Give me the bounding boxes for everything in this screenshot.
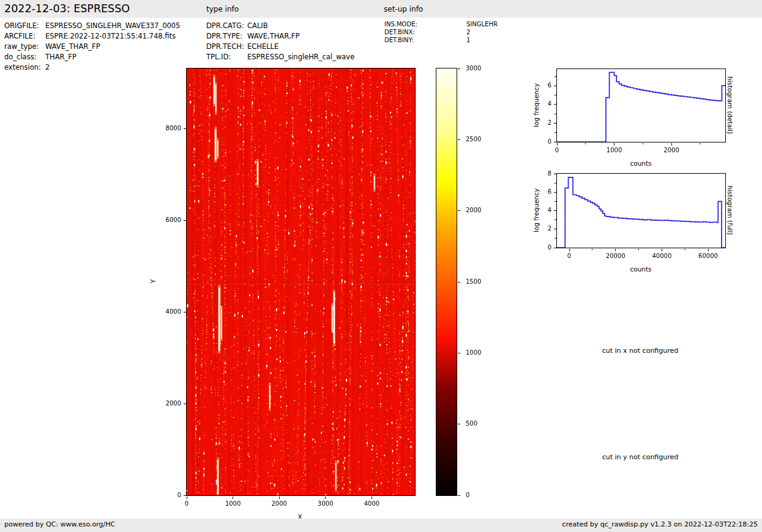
setup-info-row: INS.MODE:SINGLEHR: [384, 20, 498, 28]
y-tick-label: 2000: [157, 400, 181, 407]
origfile-value: ESPRESSO_SINGLEHR_WAVE337_0005: [45, 21, 180, 30]
type-info-heading: type info: [206, 5, 239, 13]
file-info-row: extension:2: [4, 62, 180, 73]
cut-y-note: cut in y not configured: [602, 453, 679, 461]
y-minor-tick: [555, 183, 556, 183]
x-tick-label: 4000: [353, 500, 390, 507]
do-class-value: THAR_FP: [45, 53, 77, 61]
y-tick-label: 4: [527, 207, 551, 213]
y-tick: [554, 248, 556, 248]
colorbar-tick: [458, 353, 460, 353]
x-tick-label: 2000: [653, 147, 690, 153]
x-tick-label: 2000: [261, 500, 297, 507]
type-info-row: DPR.TECH:ECHELLE: [206, 42, 354, 52]
dpr-type-value: WAVE,THAR,FP: [247, 32, 299, 40]
colorbar-tick-label: 1000: [466, 349, 481, 356]
x-tick: [615, 249, 616, 251]
y-tick: [184, 128, 186, 129]
file-info-row: ORIGFILE:ESPRESSO_SINGLEHR_WAVE337_0005: [4, 21, 180, 31]
footer-powered-by: powered by QC: www.eso.org/HC: [4, 520, 115, 528]
y-tick-label: 0: [527, 244, 551, 251]
colorbar-tick: [458, 210, 460, 211]
raw-type-value: WAVE_THAR_FP: [45, 42, 100, 51]
raw-image-canvas: [187, 68, 415, 495]
footer-created-by: created by qc_rawdisp.py v1.2.3 on 2022-…: [562, 520, 758, 528]
y-tick-label: 4000: [157, 308, 181, 315]
arcfile-value: ESPRE.2022-12-03T21:55:41.748.fits: [45, 32, 176, 40]
colorbar-tick-label: 0: [466, 492, 469, 498]
x-tick: [708, 249, 709, 251]
y-tick: [554, 229, 556, 229]
file-info-row: do_class:THAR_FP: [4, 52, 180, 62]
y-minor-tick: [555, 95, 556, 95]
colorbar-tick: [458, 495, 460, 496]
y-tick: [554, 123, 556, 124]
colorbar-tick-label: 2500: [466, 136, 481, 142]
colorbar-tick-label: 1500: [466, 278, 481, 285]
dpr-tech-label: DPR.TECH:: [206, 42, 247, 52]
dpr-catg-value: CALIB: [247, 21, 268, 30]
x-minor-tick: [585, 143, 586, 145]
histogram-detail-canvas: [557, 69, 725, 142]
hist-full-x-axis-label: counts: [630, 265, 651, 273]
dpr-tech-value: ECHELLE: [247, 42, 278, 51]
y-minor-tick: [555, 220, 556, 220]
det-biny-label: DET.BINY:: [384, 36, 466, 44]
tpl-id-label: TPL.ID:: [206, 52, 247, 62]
y-tick: [184, 404, 186, 404]
setup-info-block: INS.MODE:SINGLEHR DET.BINX:2 DET.BINY:1: [384, 20, 498, 44]
y-tick: [184, 312, 186, 312]
origfile-label: ORIGFILE:: [4, 21, 45, 31]
det-binx-label: DET.BINX:: [384, 28, 466, 36]
histogram-full-canvas: [557, 174, 725, 248]
do-class-label: do_class:: [4, 52, 45, 62]
y-minor-tick: [555, 238, 556, 238]
y-tick: [554, 104, 556, 105]
y-minor-tick: [555, 132, 556, 133]
y-minor-tick: [555, 114, 556, 114]
tpl-id-value: ESPRESSO_singleHR_cal_wave: [247, 53, 354, 61]
x-tick: [671, 143, 672, 146]
x-tick: [233, 497, 233, 499]
y-tick: [554, 210, 556, 211]
x-tick-label: 20000: [597, 253, 634, 259]
setup-info-heading: set-up info: [384, 5, 423, 13]
colorbar-tick-label: 3000: [466, 65, 481, 72]
y-tick: [554, 174, 556, 174]
x-tick-label: 0: [539, 147, 575, 153]
y-minor-tick: [555, 76, 556, 77]
colorbar-frame: [436, 68, 457, 496]
x-tick: [614, 143, 614, 146]
type-info-row: DPR.TYPE:WAVE,THAR,FP: [206, 31, 354, 42]
ins-mode-value: SINGLEHR: [466, 21, 498, 28]
colorbar-tick: [458, 139, 460, 140]
page-title: 2022-12-03: ESPRESSO: [4, 2, 130, 15]
type-info-row: DPR.CATG:CALIB: [206, 21, 354, 31]
hist-full-right-label: histogram (full): [727, 186, 734, 235]
setup-info-row: DET.BINX:2: [384, 28, 498, 36]
extension-label: extension:: [4, 62, 45, 73]
y-tick-label: 2: [527, 225, 551, 232]
raw-type-label: raw_type:: [4, 42, 45, 52]
hist-detail-right-label: histogram (detail): [727, 76, 734, 134]
x-tick: [569, 249, 570, 251]
x-minor-tick: [643, 143, 643, 145]
x-tick-label: 1000: [596, 147, 633, 153]
arcfile-label: ARCFILE:: [4, 31, 45, 42]
x-minor-tick: [592, 249, 592, 251]
qc-report-page: 2022-12-03: ESPRESSO type info set-up in…: [0, 0, 762, 532]
histogram-full-axes: [556, 173, 726, 248]
type-info-block: DPR.CATG:CALIB DPR.TYPE:WAVE,THAR,FP DPR…: [206, 21, 354, 62]
det-binx-value: 2: [466, 29, 470, 35]
x-tick: [372, 497, 372, 499]
y-tick-label: 8000: [157, 125, 181, 131]
hist-detail-x-axis-label: counts: [630, 160, 651, 167]
y-tick-label: 2: [527, 119, 551, 126]
det-biny-value: 1: [466, 37, 470, 43]
y-tick-label: 0: [527, 138, 551, 145]
x-tick: [325, 497, 326, 499]
colorbar-tick: [458, 424, 460, 424]
y-tick-label: 4: [527, 100, 551, 107]
y-tick: [554, 142, 556, 142]
raw-image-axes: [186, 68, 416, 496]
